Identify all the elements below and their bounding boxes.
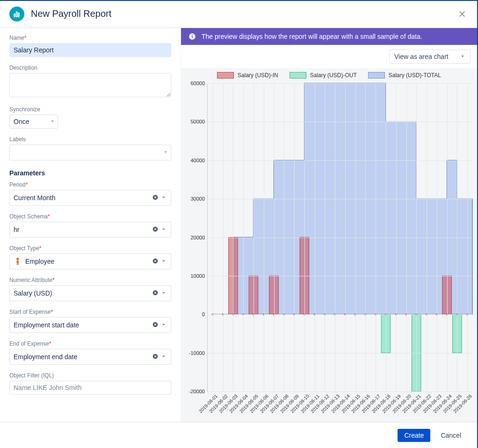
y-tick: 50000 (190, 119, 208, 124)
object-schema-label: Object Schema* (9, 213, 171, 220)
end-expense-select[interactable]: Employment end date (9, 349, 171, 365)
y-tick: 40000 (190, 158, 208, 163)
chart-legend: Salary (USD)-IN Salary (USD)-OUT Salary … (181, 72, 477, 79)
dialog-title: New Payroll Report (31, 8, 111, 19)
start-expense-select[interactable]: Employment start date (9, 317, 171, 333)
y-tick: -20000 (189, 389, 208, 394)
dialog-header: New Payroll Report (0, 1, 477, 28)
y-tick: 20000 (190, 235, 208, 240)
y-tick: 30000 (190, 196, 208, 202)
clear-icon[interactable] (152, 289, 159, 297)
labels-label: Labels (9, 136, 171, 143)
end-expense-label: End of Expense* (9, 340, 171, 347)
labels-select[interactable] (9, 145, 171, 160)
name-label: Name* (9, 35, 171, 41)
start-expense-label: Start of Expense* (9, 309, 171, 315)
object-filter-label: Object Filter (IQL) (9, 372, 171, 379)
svg-point-12 (192, 35, 193, 36)
cancel-button[interactable]: Cancel (434, 429, 468, 442)
create-button[interactable]: Create (398, 429, 430, 442)
y-tick: 10000 (190, 273, 208, 279)
chart-plot: -20000-100000100002000030000400005000060… (207, 83, 472, 392)
clear-icon[interactable] (152, 258, 159, 265)
dialog-footer: Create Cancel (0, 422, 477, 448)
legend-item-total: Salary (USD)-TOTAL (368, 72, 441, 79)
clear-icon[interactable] (152, 226, 159, 233)
svg-rect-1 (16, 12, 17, 17)
object-filter-input[interactable] (9, 381, 171, 395)
legend-item-in: Salary (USD)-IN (217, 72, 278, 79)
report-icon (9, 7, 24, 22)
name-input[interactable] (9, 43, 171, 57)
numeric-attribute-label: Numeric Attribute* (9, 277, 171, 283)
preview-banner: The preview displays how the report will… (181, 28, 477, 45)
close-icon[interactable] (456, 8, 468, 20)
svg-rect-2 (18, 13, 19, 16)
chevron-down-icon (460, 53, 465, 60)
synchronize-label: Synchronize (9, 106, 171, 113)
description-label: Description (9, 65, 171, 71)
y-tick: 60000 (190, 80, 208, 86)
payroll-report-dialog: New Payroll Report Name* Description Syn… (0, 0, 478, 448)
chevron-down-icon[interactable] (160, 353, 168, 361)
preview-banner-text: The preview displays how the report will… (202, 33, 422, 40)
parameters-heading: Parameters (9, 169, 171, 177)
chevron-down-icon[interactable] (160, 194, 168, 202)
chevron-down-icon[interactable] (160, 321, 168, 329)
object-type-select[interactable]: 🧍 Employee (9, 253, 171, 269)
chart: Salary (USD)-IN Salary (USD)-OUT Salary … (181, 68, 477, 422)
period-select[interactable]: Current Month (9, 190, 171, 206)
chevron-down-icon[interactable] (160, 226, 168, 233)
clear-icon[interactable] (152, 321, 159, 329)
clear-icon[interactable] (152, 194, 159, 202)
info-icon (188, 33, 196, 40)
chevron-down-icon[interactable] (160, 289, 168, 297)
preview-panel: The preview displays how the report will… (181, 28, 477, 422)
object-type-label: Object Type* (9, 245, 171, 252)
svg-rect-13 (192, 36, 193, 38)
numeric-attribute-select[interactable]: Salary (USD) (9, 285, 171, 301)
period-label: Period* (9, 181, 171, 188)
description-input[interactable] (9, 73, 171, 97)
legend-item-out: Salary (USD)-OUT (290, 72, 357, 79)
person-icon: 🧍 (14, 258, 22, 265)
svg-rect-0 (14, 14, 15, 17)
chevron-down-icon[interactable] (160, 258, 168, 265)
view-as-select[interactable]: View as area chart (389, 50, 471, 64)
clear-icon[interactable] (152, 353, 159, 361)
object-schema-select[interactable]: hr (9, 222, 171, 238)
y-tick: -10000 (189, 350, 208, 356)
form-panel: Name* Description Synchronize Once Label… (0, 28, 181, 422)
y-tick: 0 (202, 311, 208, 317)
synchronize-select[interactable]: Once (9, 115, 58, 129)
